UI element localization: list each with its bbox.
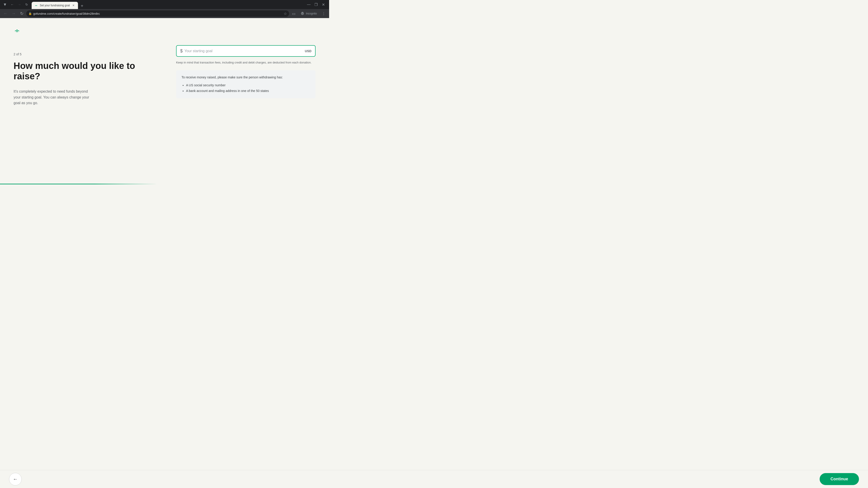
bookmark-icon[interactable]: ☆ bbox=[284, 11, 287, 16]
close-button[interactable]: ✕ bbox=[320, 1, 327, 8]
browser-controls: ▼ ← → ↻ bbox=[0, 1, 32, 8]
info-box-intro: To receive money raised, please make sur… bbox=[182, 75, 310, 80]
forward-nav-button[interactable]: → bbox=[10, 10, 17, 17]
currency-label: USD bbox=[305, 49, 311, 53]
tab-title: Set your fundraising goal bbox=[40, 4, 70, 7]
info-box-list: A US social security number A bank accou… bbox=[182, 83, 310, 94]
page-content: 2 of 5 How much would you like to raise?… bbox=[0, 18, 329, 184]
browser-tabs: Set your fundraising goal ✕ + bbox=[32, 0, 303, 9]
currency-symbol: $ bbox=[180, 48, 183, 54]
nav-back-button[interactable]: ← bbox=[9, 1, 16, 8]
info-box: To receive money raised, please make sur… bbox=[176, 70, 315, 98]
gofundme-logo bbox=[13, 27, 145, 34]
nav-forward-button[interactable]: → bbox=[16, 1, 23, 8]
info-box-item-1: A US social security number bbox=[186, 83, 310, 88]
main-heading: How much would you like to raise? bbox=[13, 61, 145, 81]
incognito-button[interactable]: Incognito bbox=[298, 11, 319, 17]
security-icon: 🔓 bbox=[29, 12, 32, 15]
tab-close-button[interactable]: ✕ bbox=[72, 4, 75, 7]
goal-input-wrapper[interactable]: $ USD bbox=[176, 45, 315, 57]
address-bar[interactable]: 🔓 gofundme.com/create/fundraiser/goal/38… bbox=[26, 10, 289, 17]
right-panel: $ USD Keep in mind that transaction fees… bbox=[158, 18, 329, 184]
refresh-nav-button[interactable]: ↻ bbox=[18, 10, 25, 17]
nav-refresh-button[interactable]: ↻ bbox=[24, 1, 30, 8]
maximize-button[interactable]: ❐ bbox=[313, 1, 319, 8]
address-text: gofundme.com/create/fundraiser/goal/38dm… bbox=[33, 12, 282, 15]
toolbar-right: ▭ Incognito ⋮ bbox=[290, 10, 327, 17]
progress-line bbox=[0, 184, 158, 184]
window-controls: — ❐ ✕ bbox=[303, 1, 329, 8]
svg-point-1 bbox=[17, 30, 18, 31]
goal-input[interactable] bbox=[184, 49, 305, 53]
tab-list-button[interactable]: ▼ bbox=[2, 1, 8, 8]
split-screen-button[interactable]: ▭ bbox=[290, 10, 297, 17]
transaction-note: Keep in mind that transaction fees, incl… bbox=[176, 60, 315, 65]
sub-text: It's completely expected to need funds b… bbox=[13, 89, 90, 106]
browser-chrome: ▼ ← → ↻ Set your fundraising goal ✕ + — … bbox=[0, 0, 329, 9]
back-nav-button[interactable]: ← bbox=[2, 10, 9, 17]
menu-button[interactable]: ⋮ bbox=[320, 10, 327, 17]
step-indicator: 2 of 5 bbox=[13, 53, 145, 56]
new-tab-button[interactable]: + bbox=[79, 3, 85, 9]
tab-favicon bbox=[34, 4, 38, 7]
minimize-button[interactable]: — bbox=[306, 1, 312, 8]
browser-toolbar: ← → ↻ 🔓 gofundme.com/create/fundraiser/g… bbox=[0, 9, 329, 18]
left-panel: 2 of 5 How much would you like to raise?… bbox=[0, 18, 158, 184]
logo-icon bbox=[13, 27, 23, 34]
info-box-item-2: A bank account and mailing address in on… bbox=[186, 88, 310, 94]
svg-point-0 bbox=[34, 4, 38, 7]
incognito-label: Incognito bbox=[306, 12, 317, 15]
active-tab[interactable]: Set your fundraising goal ✕ bbox=[32, 2, 78, 9]
